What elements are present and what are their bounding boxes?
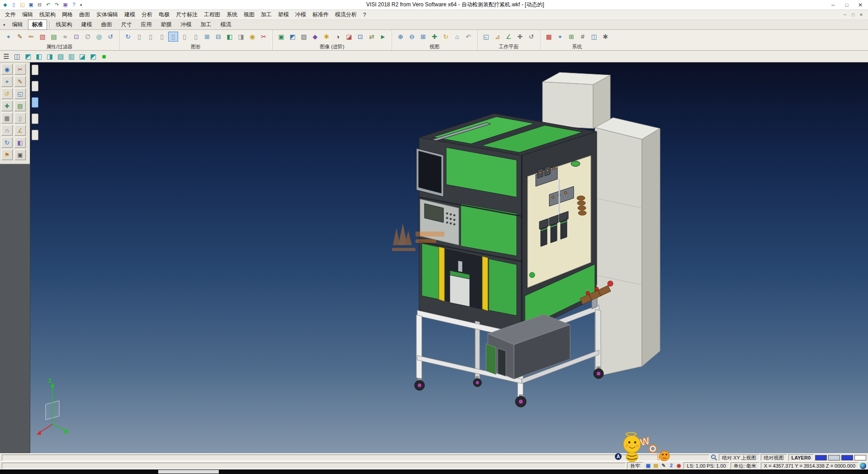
move-icon[interactable]: ✚ [1, 100, 13, 111]
layers-icon[interactable]: ▤ [14, 100, 26, 111]
redo-icon[interactable]: ↷ [53, 1, 61, 9]
menu-electrode[interactable]: 电极 [156, 10, 173, 19]
solid-box-icon[interactable]: ◧ [14, 137, 26, 148]
display-mode-6-icon[interactable]: ▯ [191, 32, 201, 42]
view-iso-icon[interactable]: ◩ [23, 52, 33, 62]
element-filter-icon[interactable]: ⊡ [71, 32, 81, 42]
menu-die[interactable]: 冲模 [292, 10, 309, 19]
lighting-icon[interactable]: ✱ [321, 32, 331, 42]
rotate-view-icon[interactable]: ↻ [441, 32, 451, 42]
print-icon[interactable]: ⊟ [36, 1, 43, 9]
swatch-layer-color[interactable] [828, 455, 840, 460]
tab-standard[interactable]: 标准 [28, 19, 47, 30]
hidden-line-icon[interactable]: ▨ [299, 32, 309, 42]
compare-icon[interactable]: ⇄ [367, 32, 377, 42]
display-mode-4-icon[interactable]: ▯ [168, 32, 178, 42]
quick-access-overflow[interactable]: ▾ [78, 3, 84, 7]
swatch-active-color[interactable] [815, 455, 827, 460]
view-bottom-icon[interactable]: ◪ [77, 52, 87, 62]
tab-application[interactable]: 应用 [137, 19, 156, 30]
group-icon[interactable]: ⊞ [202, 32, 212, 42]
undo-icon[interactable]: ↶ [44, 1, 52, 9]
view-top-icon[interactable]: ▧ [56, 52, 66, 62]
tab-surface[interactable]: 曲面 [97, 19, 116, 30]
sheet-icon[interactable]: ▯ [14, 113, 26, 123]
scale-cell[interactable]: LS: 1.00 PS: 1.00 [684, 462, 729, 469]
swatch-pen-color[interactable] [841, 455, 853, 460]
minimize-button[interactable]: ─ [826, 0, 840, 9]
display-mode-3-icon[interactable]: ▯ [157, 32, 167, 42]
workplane-normal-icon[interactable]: ✚ [515, 32, 525, 42]
3d-viewport[interactable]: Z [30, 62, 868, 453]
mini-filter-5[interactable] [32, 130, 38, 140]
redraw-icon[interactable]: ↻ [123, 32, 133, 42]
view-left-icon[interactable]: ◨ [45, 52, 55, 62]
calculator-icon[interactable]: # [578, 32, 588, 42]
angle-dim-icon[interactable]: ∠ [14, 125, 26, 136]
menu-mesh[interactable]: 网格 [59, 10, 76, 19]
refresh-icon[interactable]: ↻ [1, 137, 13, 148]
new-file-icon[interactable]: ▯ [10, 1, 18, 9]
shadow-icon[interactable]: ◑ [333, 32, 343, 42]
menu-file[interactable]: 文件 [2, 10, 19, 19]
view-dimetric-icon[interactable]: ◩ [88, 52, 98, 62]
menu-modeling[interactable]: 建模 [121, 10, 138, 19]
model-auto-assembly-tightening-machine[interactable]: Z [30, 62, 868, 453]
open-file-icon[interactable]: ◱ [19, 1, 26, 9]
workplane-reset-icon[interactable]: ↺ [526, 32, 536, 42]
tab-machining[interactable]: 加工 [197, 19, 216, 30]
mascot[interactable]: W W [618, 430, 672, 466]
menu-standard-parts[interactable]: 标准件 [309, 10, 332, 19]
duplicate-icon[interactable]: ▣ [14, 149, 26, 160]
edit-entity-icon[interactable]: ✎ [14, 76, 26, 87]
attribute-brush-icon[interactable]: ✏ [26, 32, 36, 42]
display-mode-1-icon[interactable]: ▯ [134, 32, 144, 42]
menu-surface[interactable]: 曲面 [76, 10, 93, 19]
clear-filter-icon[interactable]: ∅ [83, 32, 93, 42]
close-button[interactable]: ✕ [854, 0, 867, 9]
isolate-icon[interactable]: ◎ [94, 32, 104, 42]
workplane-xy-icon[interactable]: ◱ [481, 32, 491, 42]
zoom-in-icon[interactable]: ⊕ [396, 32, 406, 42]
layer-filter-icon[interactable]: ▤ [49, 32, 59, 42]
active-layer-cell[interactable]: LAYER0 [788, 454, 814, 461]
ungroup-icon[interactable]: ⊟ [213, 32, 223, 42]
tab-wireframe[interactable]: 线架构 [52, 19, 76, 30]
blank-off-icon[interactable]: ◨ [236, 32, 246, 42]
maximize-button[interactable]: □ [840, 0, 854, 9]
units-cell[interactable]: 单位: 毫米 [731, 462, 760, 469]
entity-info-icon[interactable]: ◉ [247, 32, 257, 42]
tab-flow[interactable]: 模流 [217, 19, 236, 30]
mdi-restore-button[interactable]: □ [849, 12, 857, 17]
view-orientation-cell[interactable]: 绝对 XY 上视图 [719, 454, 760, 461]
swatch-paper-color[interactable] [854, 455, 866, 460]
menu-machining[interactable]: 加工 [258, 10, 275, 19]
assistant-badge[interactable]: A [615, 453, 622, 460]
grid-icon[interactable]: ⊞ [566, 32, 576, 42]
pick-icon[interactable]: ◉ [1, 64, 13, 75]
view-back-icon[interactable]: ▥ [66, 52, 76, 62]
arc-icon[interactable]: ∩ [1, 125, 13, 136]
menu-edit[interactable]: 编辑 [19, 10, 36, 19]
reset-filter-icon[interactable]: ↺ [105, 32, 115, 42]
view-front-icon[interactable]: ◧ [34, 52, 44, 62]
snap-point-icon[interactable]: ⌖ [1, 76, 13, 87]
view-list-icon[interactable]: ☰ [1, 52, 11, 62]
tab-modeling[interactable]: 建模 [77, 19, 96, 30]
workplane-align-icon[interactable]: ∠ [504, 32, 514, 42]
mini-filter-3[interactable] [32, 97, 38, 108]
flag-icon[interactable]: ⚑ [1, 149, 13, 160]
save-icon[interactable]: ▣ [27, 1, 35, 9]
mdi-minimize-button[interactable]: ─ [841, 12, 849, 17]
menu-mold[interactable]: 塑模 [275, 10, 292, 19]
workplane-3pt-icon[interactable]: ⊿ [492, 32, 502, 42]
menu-dimension[interactable]: 尺寸标注 [173, 10, 201, 19]
attribute-pen-icon[interactable]: ✎ [15, 32, 25, 42]
view-shaded-cube-icon[interactable]: ■ [99, 52, 109, 62]
shaded-view-icon[interactable]: ▣ [276, 32, 286, 42]
tab-overflow-button[interactable]: ▾ [1, 23, 8, 27]
zoom-window-icon[interactable]: ⊞ [418, 32, 428, 42]
rotate-icon[interactable]: ↺ [1, 88, 13, 99]
blank-on-icon[interactable]: ◧ [225, 32, 235, 42]
plane-icon[interactable]: ◱ [14, 88, 26, 99]
